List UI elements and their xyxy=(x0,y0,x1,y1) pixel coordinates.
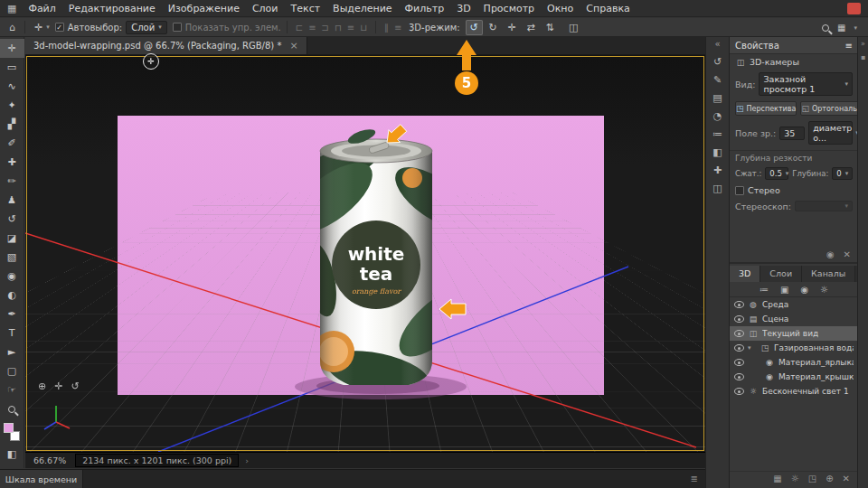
view-select[interactable]: Заказной просмотр 1 ▾ xyxy=(759,72,853,96)
3d-pan-mode-button[interactable]: ✛ xyxy=(504,20,521,35)
color-swatches[interactable] xyxy=(0,421,24,445)
fov-input[interactable]: 35 xyxy=(779,127,805,140)
tree-item-infinite-light[interactable]: ☼ Бесконечный свет 1 xyxy=(730,384,858,399)
move-tool-icon[interactable]: ✛ xyxy=(31,22,46,33)
add-icon[interactable]: ⊕ xyxy=(826,474,833,483)
stereo-checkbox[interactable] xyxy=(735,186,744,195)
delete-icon[interactable]: ✕ xyxy=(844,249,851,259)
quick-mask-button[interactable]: ◧ xyxy=(0,445,24,464)
history-brush-tool[interactable]: ↺ xyxy=(0,210,24,229)
menu-type[interactable]: Текст xyxy=(285,0,327,17)
menu-layers[interactable]: Слои xyxy=(246,0,285,17)
document-tab[interactable]: 3d-model-wrapping.psd @ 66.7% (Packaging… xyxy=(25,37,307,54)
blur-tool[interactable]: ◉ xyxy=(0,267,24,286)
eyedropper-tool[interactable]: ✐ xyxy=(0,134,24,153)
home-icon[interactable]: ⌂ xyxy=(5,22,19,33)
styles-panel-icon[interactable]: ◧ xyxy=(706,143,730,161)
autoselect-checkbox[interactable]: ✓ xyxy=(55,23,64,32)
actions-panel-icon[interactable]: ✚ xyxy=(706,161,730,179)
history-panel-icon[interactable]: ↺ xyxy=(706,52,730,70)
delete-icon[interactable]: ✕ xyxy=(843,474,850,483)
workspace-icon[interactable]: ▦ xyxy=(837,23,845,33)
show-controls-checkbox[interactable] xyxy=(173,23,182,32)
tool-preset-caret-icon[interactable]: ▾ xyxy=(46,23,50,31)
quick-selection-tool[interactable]: ✦ xyxy=(0,96,24,115)
chevron-right-icon[interactable]: › xyxy=(245,455,249,465)
color-panel-icon[interactable]: ◔ xyxy=(706,107,730,125)
expand-dock-icon[interactable]: » xyxy=(861,40,865,48)
tree-item-environment[interactable]: ◍ Среда xyxy=(730,297,858,312)
menu-image[interactable]: Изображение xyxy=(162,0,246,17)
reset-view-icon[interactable]: ◉ xyxy=(826,249,835,259)
align-middle-icon[interactable]: ≡ xyxy=(344,23,357,33)
brush-tool[interactable]: ✏ xyxy=(0,172,24,191)
brush-settings-panel-icon[interactable]: ✎ xyxy=(706,70,730,89)
pan-widget-icon[interactable]: ✛ xyxy=(54,380,62,392)
tab-channels[interactable]: Каналы xyxy=(802,266,855,282)
type-tool[interactable]: T xyxy=(0,324,24,343)
menu-edit[interactable]: Редактирование xyxy=(62,0,162,17)
3d-dolly-mode-button[interactable]: ⇅ xyxy=(542,20,559,35)
menu-file[interactable]: Файл xyxy=(22,0,61,17)
align-left-icon[interactable]: ⊏ xyxy=(293,23,306,33)
lasso-tool[interactable]: ∿ xyxy=(0,77,24,96)
tree-item-mesh[interactable]: ▾ ◳ Газированная вода xyxy=(730,341,858,355)
zoom-level[interactable]: 66.67% xyxy=(33,455,66,465)
align-right-icon[interactable]: ⊐ xyxy=(319,23,332,33)
crop-tool[interactable]: ▞ xyxy=(0,115,24,134)
tree-item-material-label[interactable]: ◉ Материал_ярлыка xyxy=(730,355,858,370)
visibility-eye-icon[interactable] xyxy=(734,301,744,308)
expand-caret-icon[interactable]: ▾ xyxy=(748,344,756,352)
share-icon[interactable] xyxy=(847,3,861,14)
tab-3d[interactable]: 3D xyxy=(730,266,760,282)
path-selection-tool[interactable]: ► xyxy=(0,343,24,361)
3d-axis-gizmo[interactable] xyxy=(44,406,70,429)
timeline-menu-icon[interactable]: ≣ xyxy=(691,474,698,483)
shape-tool[interactable]: ▢ xyxy=(0,361,24,380)
tree-item-current-view[interactable]: ◫ Текущий вид xyxy=(730,326,858,341)
orbit-widget-icon[interactable]: ⊕ xyxy=(38,380,46,392)
soda-can-3d-object[interactable]: white tea orange flavor xyxy=(278,127,485,404)
menu-view[interactable]: Просмотр xyxy=(477,0,541,17)
distribute-vertical-icon[interactable]: ∥ xyxy=(382,23,392,33)
libraries-panel-icon[interactable]: ▤ xyxy=(706,89,730,107)
filter-scene-icon[interactable]: ≔ xyxy=(760,285,769,295)
filter-materials-icon[interactable]: ◉ xyxy=(800,285,808,295)
foreground-color-swatch[interactable] xyxy=(4,423,14,433)
fov-mode-select[interactable]: диаметр о... ▾ xyxy=(808,121,853,145)
eraser-tool[interactable]: ◪ xyxy=(0,229,24,248)
new-scene-icon[interactable]: ▦ xyxy=(773,474,781,483)
menu-window[interactable]: Окно xyxy=(541,0,580,17)
healing-brush-tool[interactable]: ✚ xyxy=(0,153,24,172)
tree-item-scene[interactable]: ▤ Сцена xyxy=(730,312,858,326)
align-center-icon[interactable]: ≡ xyxy=(306,23,318,33)
hand-tool[interactable]: ☞ xyxy=(0,380,24,399)
3d-roll-mode-button[interactable]: ↻ xyxy=(485,20,502,35)
align-bottom-icon[interactable]: ⊔ xyxy=(357,23,370,33)
align-top-icon[interactable]: ⊓ xyxy=(332,23,344,33)
tab-layers[interactable]: Слои xyxy=(760,266,802,282)
3d-orbit-mode-button[interactable]: ↺ xyxy=(466,20,483,35)
new-light-icon[interactable]: ☼ xyxy=(791,474,799,483)
visibility-eye-icon[interactable] xyxy=(734,344,744,352)
chevron-down-icon[interactable]: ▾ xyxy=(854,24,857,32)
info-panel-icon[interactable]: ◫ xyxy=(706,179,730,197)
autoselect-target-select[interactable]: Слой ▾ xyxy=(126,21,167,34)
search-icon[interactable] xyxy=(822,24,829,32)
menu-help[interactable]: Справка xyxy=(580,0,636,17)
close-icon[interactable]: × xyxy=(289,40,297,52)
marquee-tool[interactable]: ▭ xyxy=(0,58,24,77)
tree-item-material-cap[interactable]: ◉ Материал_крышки xyxy=(730,370,858,384)
pen-tool[interactable]: ✒ xyxy=(0,305,24,324)
rotate-widget-icon[interactable]: ↺ xyxy=(71,380,79,392)
move-tool[interactable]: ✛ xyxy=(0,39,24,58)
distribute-horizontal-icon[interactable]: ≡ xyxy=(392,23,404,33)
dodge-tool[interactable]: ◐ xyxy=(0,286,24,305)
visibility-eye-icon[interactable] xyxy=(734,373,744,380)
3d-camera-icon[interactable]: ◫ xyxy=(565,20,582,35)
3d-slide-mode-button[interactable]: ⇄ xyxy=(523,20,540,35)
visibility-eye-icon[interactable] xyxy=(734,330,744,337)
visibility-eye-icon[interactable] xyxy=(734,359,744,366)
collapse-panels-icon[interactable]: « xyxy=(714,39,720,52)
visibility-eye-icon[interactable] xyxy=(734,388,744,395)
